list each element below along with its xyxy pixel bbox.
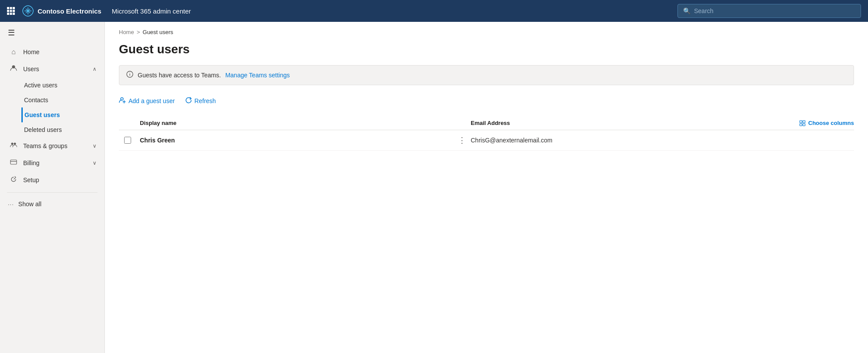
sidebar-item-deleted-users[interactable]: Deleted users [23,122,104,137]
add-user-icon [119,97,126,105]
row-more-button[interactable]: ⋮ [453,135,471,145]
table-row: Chris Green ⋮ ChrisG@anexternalemail.com [119,130,854,151]
brand-logo: Contoso Electronics [22,5,101,17]
users-table: Display name Email Address Choose column… [105,116,868,151]
users-chevron-icon: ∧ [93,66,97,72]
svg-point-11 [14,143,16,145]
svg-point-16 [129,73,130,73]
svg-rect-2 [13,7,15,9]
refresh-label: Refresh [194,97,216,104]
admin-center-title: Microsoft 365 admin center [112,7,191,15]
svg-rect-21 [803,121,805,123]
svg-rect-12 [10,160,17,164]
refresh-button[interactable]: Refresh [185,94,216,107]
add-guest-user-button[interactable]: Add a guest user [119,94,175,107]
info-banner: Guests have access to Teams. Manage Team… [119,65,854,85]
svg-rect-22 [800,124,802,126]
breadcrumb-current: Guest users [142,29,173,35]
sidebar-item-guest-users[interactable]: Guest users [21,107,104,122]
sidebar-item-active-users[interactable]: Active users [23,78,104,93]
add-guest-user-label: Add a guest user [128,97,175,104]
user-email: ChrisG@anexternalemail.com [471,137,784,144]
action-bar: Add a guest user Refresh [105,94,868,116]
users-icon [9,65,18,73]
show-all-icon: ··· [8,201,14,208]
svg-rect-8 [13,13,15,15]
billing-chevron-icon: ∨ [93,160,97,166]
info-text: Guests have access to Teams. [138,72,221,79]
info-icon [126,71,133,80]
guest-users-label: Guest users [24,111,60,118]
sidebar-item-billing[interactable]: Billing ∨ [0,155,104,171]
svg-rect-5 [13,10,15,12]
sidebar-users-label: Users [23,66,87,73]
deleted-users-label: Deleted users [24,126,62,133]
show-all-label: Show all [18,201,42,208]
teams-chevron-icon: ∨ [93,143,97,149]
sidebar-item-users[interactable]: Users ∧ [0,60,104,78]
main-content: Home > Guest users Guest users Guests ha… [105,22,868,353]
breadcrumb: Home > Guest users [105,22,868,35]
row-checkbox[interactable] [119,137,136,144]
search-bar[interactable]: 🔍 [677,4,861,18]
brand-name: Contoso Electronics [38,7,101,15]
refresh-icon [185,97,192,105]
home-icon: ⌂ [9,48,18,56]
sidebar-item-setup[interactable]: Setup [0,171,104,189]
teams-groups-icon [9,142,18,150]
sidebar-show-all[interactable]: ··· Show all [0,196,104,212]
header-email: Email Address [471,120,784,126]
sidebar-item-contacts[interactable]: Contacts [23,93,104,107]
sidebar-home-label: Home [23,48,97,55]
top-navigation: Contoso Electronics Microsoft 365 admin … [0,0,868,22]
manage-teams-link[interactable]: Manage Teams settings [225,72,290,79]
choose-columns-label: Choose columns [808,120,854,126]
sidebar-divider [7,192,97,193]
sidebar-teams-groups-label: Teams & groups [23,142,87,149]
svg-rect-1 [10,7,12,9]
sidebar-item-home[interactable]: ⌂ Home [0,44,104,60]
billing-icon [9,159,18,167]
sidebar-setup-label: Setup [23,176,97,183]
svg-rect-0 [7,7,9,9]
hamburger-button[interactable]: ☰ [0,22,104,44]
page-title: Guest users [105,35,868,65]
choose-columns-button[interactable]: Choose columns [784,120,854,126]
waffle-icon[interactable] [7,7,15,15]
users-submenu: Active users Contacts Guest users Delete… [0,78,104,137]
table-header-row: Display name Email Address Choose column… [119,116,854,130]
svg-rect-6 [7,13,9,15]
active-users-label: Active users [24,82,57,89]
header-display-name: Display name [136,120,453,126]
sidebar-item-teams-groups[interactable]: Teams & groups ∨ [0,137,104,155]
search-icon: 🔍 [683,7,691,14]
svg-rect-7 [10,13,12,15]
breadcrumb-separator: > [137,29,140,35]
svg-rect-23 [803,124,805,126]
contacts-label: Contacts [24,97,48,104]
breadcrumb-home[interactable]: Home [119,29,134,35]
svg-rect-4 [10,10,12,12]
svg-rect-3 [7,10,9,12]
sidebar-billing-label: Billing [23,159,87,166]
search-input[interactable] [694,7,855,14]
user-display-name[interactable]: Chris Green [136,137,453,144]
setup-icon [9,176,18,184]
svg-point-10 [11,143,14,145]
svg-rect-20 [800,121,802,123]
row-select-checkbox[interactable] [124,137,131,144]
sidebar: ☰ ⌂ Home Users ∧ Active users Contacts [0,22,105,353]
